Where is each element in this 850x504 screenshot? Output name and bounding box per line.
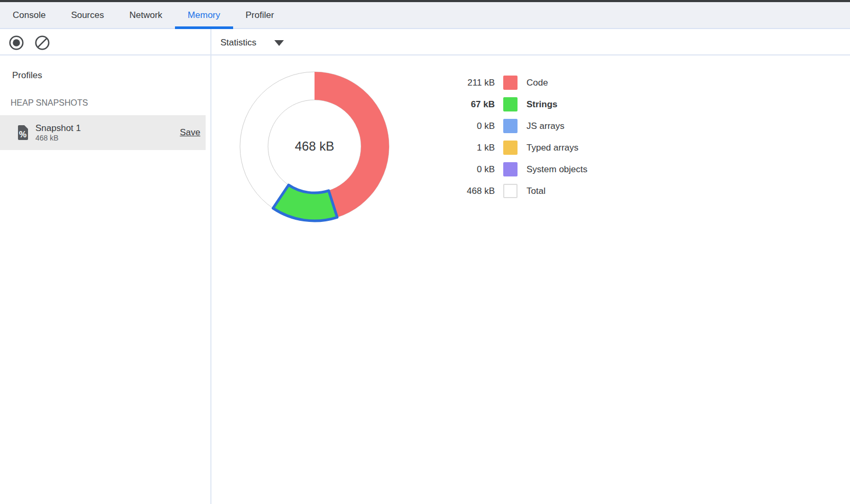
memory-toolbar: Statistics [0, 30, 850, 55]
legend-label-typed-arrays: Typed arrays [526, 143, 578, 153]
legend-row-typed-arrays[interactable]: 1 kBTyped arrays [451, 137, 587, 158]
tab-sources[interactable]: Sources [58, 2, 116, 28]
legend-value-js-arrays: 0 kB [451, 121, 495, 132]
record-icon [8, 35, 24, 51]
legend-row-system-objects[interactable]: 0 kBSystem objects [451, 158, 587, 180]
legend-label-system-objects: System objects [526, 164, 587, 175]
legend-swatch-strings [503, 97, 518, 111]
legend-value-total: 468 kB [451, 186, 495, 197]
legend-row-strings[interactable]: 67 kBStrings [451, 94, 587, 115]
legend-value-typed-arrays: 1 kB [451, 143, 495, 153]
save-snapshot-link[interactable]: Save [180, 127, 200, 138]
legend-label-code: Code [526, 78, 548, 88]
pie-chart-svg [236, 68, 393, 225]
legend-value-code: 211 kB [451, 78, 495, 88]
legend-row-total[interactable]: 468 kBTotal [451, 180, 587, 202]
sidebar-divider [210, 29, 211, 504]
record-heap-snapshot-button[interactable] [8, 35, 24, 51]
clear-profiles-button[interactable] [34, 35, 50, 51]
chevron-down-icon [274, 40, 284, 46]
tab-network[interactable]: Network [117, 2, 175, 28]
heap-snapshot-icon: % [16, 125, 30, 141]
svg-text:%: % [19, 130, 26, 139]
snapshot-list-item[interactable]: % Snapshot 1 468 kB Save [0, 115, 206, 150]
profiles-heading: Profiles [12, 70, 210, 81]
legend-row-code[interactable]: 211 kBCode [451, 72, 587, 94]
legend-label-js-arrays: JS arrays [526, 121, 565, 132]
perspective-dropdown[interactable]: Statistics [220, 30, 284, 55]
legend-swatch-typed-arrays [503, 141, 518, 155]
legend-swatch-system-objects [503, 162, 518, 176]
snapshot-size: 468 kB [35, 134, 180, 143]
legend-swatch-code [503, 76, 518, 90]
heap-snapshots-heading: HEAP SNAPSHOTS [11, 98, 210, 108]
clear-icon [34, 35, 50, 51]
toolbar-icon-group [8, 30, 50, 55]
perspective-dropdown-label: Statistics [220, 38, 256, 48]
legend-value-system-objects: 0 kB [451, 164, 495, 175]
snapshot-text-block: Snapshot 1 468 kB [35, 123, 180, 143]
legend-label-total: Total [526, 186, 546, 197]
pie-slice-strings[interactable] [273, 185, 337, 221]
statistics-pie-chart: 468 kB [236, 68, 393, 225]
pie-inner-ring [268, 100, 361, 193]
tab-memory[interactable]: Memory [175, 2, 233, 28]
tab-profiler[interactable]: Profiler [233, 2, 287, 28]
profiles-sidebar: Profiles HEAP SNAPSHOTS % Snapshot 1 468… [0, 55, 210, 504]
legend-swatch-total [503, 184, 518, 198]
legend-label-strings: Strings [526, 99, 558, 110]
panel-tabbar: ConsoleSourcesNetworkMemoryProfiler [0, 2, 850, 29]
devtools-window: ConsoleSourcesNetworkMemoryProfiler Stat… [0, 0, 850, 504]
tab-console[interactable]: Console [0, 2, 58, 28]
chart-legend: 211 kBCode67 kBStrings0 kBJS arrays1 kBT… [451, 72, 587, 202]
legend-row-js-arrays[interactable]: 0 kBJS arrays [451, 115, 587, 137]
legend-swatch-js-arrays [503, 119, 518, 133]
legend-value-strings: 67 kB [451, 99, 495, 110]
snapshot-title: Snapshot 1 [35, 123, 180, 134]
